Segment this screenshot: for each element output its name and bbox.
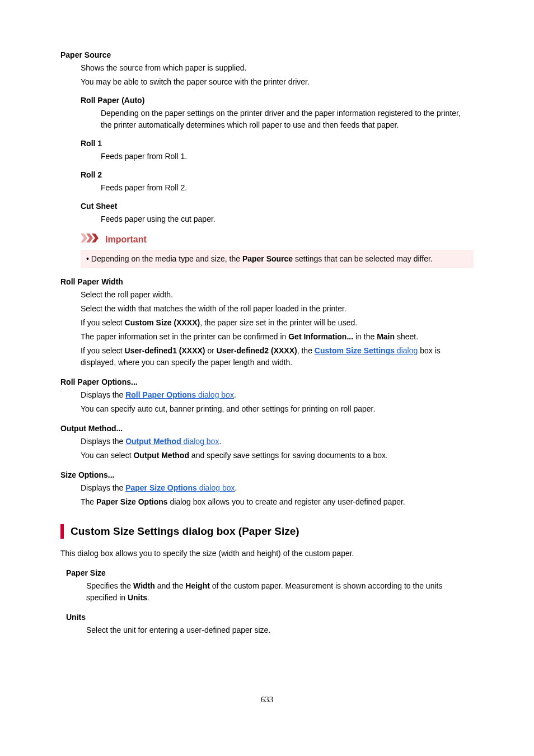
text: Depending on the media type and size, th… [91,254,242,263]
heading-paper-source: Paper Source [60,49,474,61]
text: This dialog box allows you to specify th… [60,548,474,559]
section-heading: Custom Size Settings dialog box (Paper S… [60,524,474,540]
heading-units: Units [66,612,474,623]
text: If you select [81,346,125,355]
text: Depending on the paper settings on the p… [101,108,474,131]
heading-output-method: Output Method... [60,423,474,435]
link-text: dialog box [196,390,234,399]
text: Specifies the [86,581,133,590]
text: Specifies the Width and the Height of th… [86,580,474,604]
text: Displays the Roll Paper Options dialog b… [81,389,474,401]
bold-text: Height [185,581,210,590]
heading-roll-paper-auto: Roll Paper (Auto) [81,95,474,106]
link-paper-size-options[interactable]: Paper Size Options dialog box [125,483,235,492]
link-roll-paper-options[interactable]: Roll Paper Options dialog box [125,390,234,399]
text: The paper information set in the printer… [81,332,288,341]
chevron-right-icon [81,234,101,246]
text: Shows the source from which paper is sup… [81,62,474,74]
heading-roll2: Roll 2 [81,169,474,181]
text: , the [297,346,315,355]
heading-cut-sheet: Cut Sheet [81,200,474,212]
svg-marker-0 [81,234,87,242]
text: and the [155,581,186,590]
heading-roll-paper-options: Roll Paper Options... [60,376,474,388]
bold-text: Units [128,593,147,602]
text: Select the roll paper width. [81,289,474,301]
text: Feeds paper from Roll 1. [101,151,474,162]
link-text-bold: Output Method [125,437,181,446]
heading-paper-size: Paper Size [66,567,474,579]
heading-roll-paper-width: Roll Paper Width [60,276,474,288]
bold-text: User-defined2 (XXXX) [217,346,297,355]
link-text-bold: Custom Size Settings [315,346,395,355]
bold-text: Width [133,581,155,590]
important-callout: Important • Depending on the media type … [81,233,474,268]
bold-text: Main [377,332,395,341]
bold-text: User-defined1 (XXXX) [125,346,205,355]
text: . [147,593,149,602]
important-title: Important [105,233,147,246]
link-text: dialog box [197,483,235,492]
link-custom-size-settings[interactable]: Custom Size Settings dialog [315,346,418,355]
text: or [205,346,217,355]
text: Select the unit for entering a user-defi… [86,624,474,636]
text: . [235,483,237,492]
bold-text: Paper Source [242,254,293,263]
bullet: • [86,254,91,263]
bold-text: Paper Size Options [96,497,168,506]
link-text: dialog box [181,437,219,446]
text: You can select [81,451,133,460]
text: Displays the [81,483,125,492]
text: Select the width that matches the width … [81,303,474,315]
bold-text: Output Method [133,451,189,460]
text: Feeds paper from Roll 2. [101,182,474,194]
link-text-bold: Roll Paper Options [125,390,196,399]
page-number: 633 [60,693,474,706]
text: Displays the Output Method dialog box. [81,436,474,447]
text: The Paper Size Options dialog box allows… [81,496,474,508]
important-header: Important [81,233,474,246]
heading-size-options: Size Options... [60,469,474,481]
text: settings that can be selected may differ… [293,254,433,263]
text: Displays the Paper Size Options dialog b… [81,482,474,494]
text: Displays the [81,390,125,399]
text: If you select User-defined1 (XXXX) or Us… [81,345,474,368]
text: If you select Custom Size (XXXX), the pa… [81,317,474,329]
text: You can select Output Method and specify… [81,450,474,461]
text: You may be able to switch the paper sour… [81,76,474,88]
text: and specify save settings for saving doc… [189,451,388,460]
bold-text: Get Information... [288,332,353,341]
text: If you select [81,318,125,327]
text: The paper information set in the printer… [81,331,474,343]
text: Displays the [81,437,125,446]
text: . [234,390,236,399]
link-output-method[interactable]: Output Method dialog box [125,437,219,446]
text: Feeds paper using the cut paper. [101,213,474,225]
text: dialog box allows you to create and regi… [168,497,405,506]
section-bar-icon [60,524,64,539]
important-content: • Depending on the media type and size, … [81,250,474,268]
text: , the paper size set in the printer will… [200,318,357,327]
link-text: dialog [395,346,418,355]
text: The [81,497,96,506]
heading-roll1: Roll 1 [81,138,474,150]
text: . [219,437,221,446]
text: You can specify auto cut, banner printin… [81,403,474,415]
link-text-bold: Paper Size Options [125,483,197,492]
section-title: Custom Size Settings dialog box (Paper S… [71,524,299,540]
text: in the [353,332,377,341]
bold-text: Custom Size (XXXX) [125,318,200,327]
text: sheet. [395,332,418,341]
